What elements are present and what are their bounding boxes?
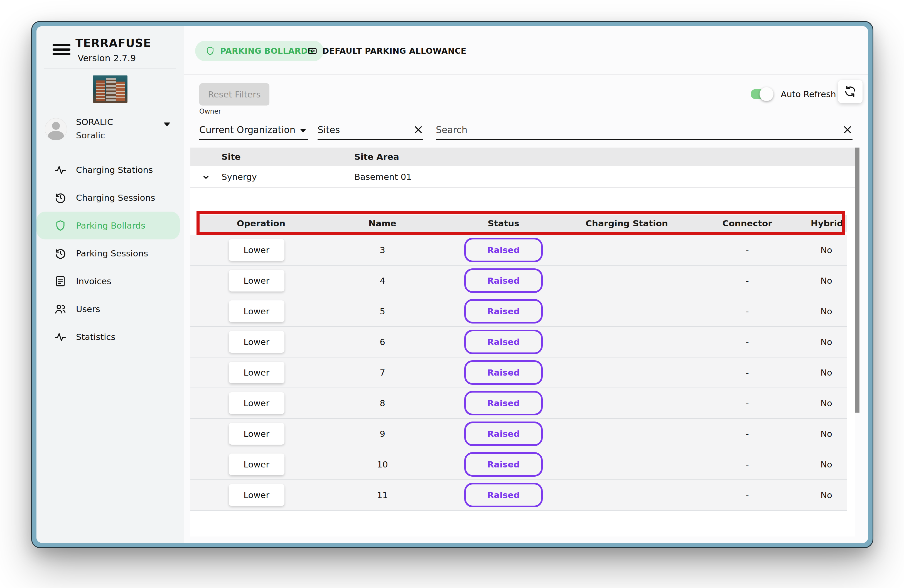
collapse-row-icon[interactable] — [201, 172, 211, 182]
sidebar-item-label: Charging Sessions — [76, 193, 155, 203]
tab-default-parking-allowance[interactable]: DEFAULT PARKING ALLOWANCE — [297, 41, 476, 61]
shield-icon — [54, 220, 66, 232]
hamburger-menu-icon[interactable] — [52, 44, 70, 55]
users-icon — [54, 303, 66, 315]
vertical-scrollbar-thumb[interactable] — [855, 147, 860, 413]
bollard-column-header: Hybrid — [806, 218, 847, 228]
site-photo — [93, 76, 128, 103]
lower-button[interactable]: Lower — [229, 331, 284, 353]
user-organization: SORALIC — [76, 117, 113, 127]
chevron-down-icon[interactable] — [164, 122, 170, 126]
app-title: TERRAFUSE — [76, 37, 151, 49]
sidebar-item-statistics[interactable]: Statistics — [36, 323, 184, 351]
connector-cell: - — [689, 490, 806, 500]
name-cell: 11 — [322, 490, 442, 500]
sidebar-item-label: Parking Bollards — [76, 220, 145, 231]
clear-sites-icon[interactable] — [413, 125, 424, 135]
hybrid-cell: No — [806, 459, 847, 469]
auto-refresh-toggle[interactable] — [751, 89, 771, 99]
status-badge: Raised — [464, 452, 543, 477]
lower-button[interactable]: Lower — [229, 454, 284, 475]
hybrid-cell: No — [806, 398, 847, 408]
hybrid-cell: No — [806, 245, 847, 255]
activity-icon — [54, 164, 66, 176]
status-badge: Raised — [464, 238, 543, 262]
bollard-row: Lower 8 Raised - No — [190, 388, 847, 419]
sites-placeholder: Sites — [318, 125, 340, 135]
site-photo-wrap — [36, 68, 184, 110]
bollards-table: OperationNameStatusCharging StationConne… — [190, 211, 847, 511]
sidebar-item-charging-sessions[interactable]: Charging Sessions — [36, 184, 184, 212]
clear-search-icon[interactable] — [842, 125, 852, 135]
owner-label: Owner — [199, 107, 221, 115]
bollard-row: Lower 6 Raised - No — [190, 327, 847, 357]
invoice-icon — [54, 275, 66, 287]
hybrid-cell: No — [806, 490, 847, 500]
search-placeholder: Search — [436, 125, 467, 135]
connector-cell: - — [689, 429, 806, 439]
field-underline — [199, 139, 308, 140]
bollards-rows: Lower 3 Raised - No Lower 4 Raised - No … — [190, 235, 847, 511]
user-menu[interactable]: SORALIC Soralic — [36, 110, 184, 149]
owner-value: Current Organization — [199, 125, 295, 135]
sites-input[interactable]: Sites — [318, 118, 424, 140]
site-row[interactable]: Synergy Basement 01 — [190, 166, 855, 188]
sidebar-item-parking-sessions[interactable]: Parking Sessions — [36, 239, 184, 267]
sidebar-item-parking-bollards[interactable]: Parking Bollards — [36, 212, 180, 239]
bollard-row: Lower 4 Raised - No — [190, 266, 847, 296]
bollard-row: Lower 3 Raised - No — [190, 235, 847, 266]
connector-cell: - — [689, 368, 806, 378]
owner-select[interactable]: Owner Current Organization — [199, 118, 308, 140]
name-cell: 4 — [322, 276, 442, 286]
sidebar-nav: Charging Stations Charging Sessions Park… — [36, 156, 184, 351]
site-column-header: Site Area — [323, 152, 855, 162]
connector-cell: - — [689, 337, 806, 347]
lower-button[interactable]: Lower — [229, 362, 284, 383]
history-icon — [54, 247, 66, 259]
refresh-button[interactable] — [838, 80, 863, 103]
history-icon — [54, 191, 66, 204]
toggle-knob — [760, 87, 773, 101]
status-badge: Raised — [464, 330, 543, 354]
bollard-column-header: Operation — [199, 218, 322, 228]
tab-label: DEFAULT PARKING ALLOWANCE — [322, 46, 466, 56]
reset-filters-button[interactable]: Reset Filters — [199, 83, 269, 106]
search-input[interactable]: Search — [436, 118, 852, 140]
connector-cell: - — [689, 276, 806, 286]
status-badge: Raised — [464, 360, 543, 385]
sidebar-header: TERRAFUSE Version 2.7.9 — [36, 26, 184, 68]
bollard-row: Lower 7 Raised - No — [190, 357, 847, 388]
sidebar-item-label: Statistics — [76, 332, 115, 342]
sidebar-item-users[interactable]: Users — [36, 295, 184, 323]
lower-button[interactable]: Lower — [229, 239, 284, 261]
sidebar-item-charging-stations[interactable]: Charging Stations — [36, 156, 184, 184]
divider — [184, 74, 868, 74]
site-column-header: Site — [190, 152, 323, 162]
connector-cell: - — [689, 459, 806, 469]
bollard-column-header: Charging Station — [565, 218, 689, 228]
activity-icon — [54, 331, 66, 343]
name-cell: 10 — [322, 459, 442, 469]
status-badge: Raised — [464, 483, 543, 507]
hybrid-cell: No — [806, 337, 847, 347]
lower-button[interactable]: Lower — [229, 270, 284, 291]
name-cell: 5 — [322, 306, 442, 316]
sidebar-item-invoices[interactable]: Invoices — [36, 267, 184, 295]
lower-button[interactable]: Lower — [229, 392, 284, 414]
bollard-row: Lower 5 Raised - No — [190, 296, 847, 327]
sidebar-item-label: Invoices — [76, 276, 111, 286]
field-underline — [318, 139, 424, 140]
lower-button[interactable]: Lower — [229, 484, 284, 506]
browser-window-frame: TERRAFUSE Version 2.7.9 SORALIC Soralic … — [32, 22, 872, 547]
sidebar-item-label: Users — [76, 304, 100, 314]
lower-button[interactable]: Lower — [229, 423, 284, 445]
app-version: Version 2.7.9 — [77, 53, 136, 63]
connector-cell: - — [689, 245, 806, 255]
bollard-row: Lower 10 Raised - No — [190, 449, 847, 480]
avatar — [45, 118, 67, 140]
bollards-table-header: OperationNameStatusCharging StationConne… — [199, 215, 847, 232]
name-cell: 9 — [322, 429, 442, 439]
refresh-icon — [844, 85, 857, 98]
sites-table: SiteSite Area Synergy Basement 01 Operat… — [190, 147, 855, 536]
lower-button[interactable]: Lower — [229, 300, 284, 322]
